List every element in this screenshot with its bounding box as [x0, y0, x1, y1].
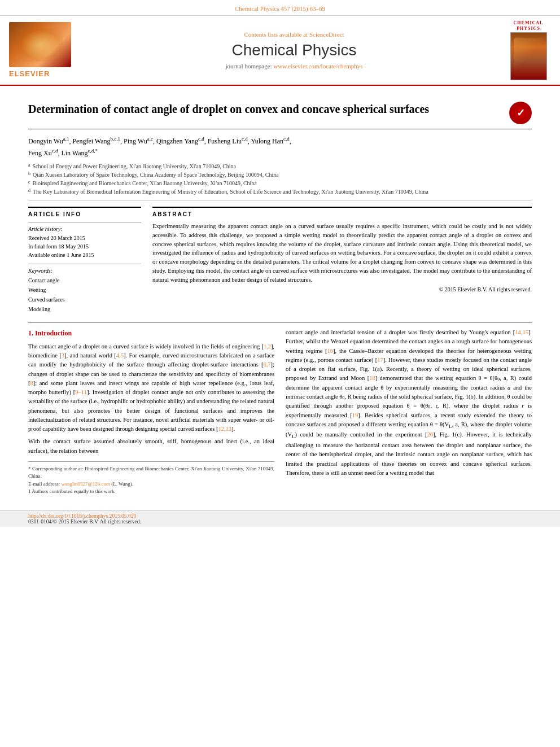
elsevier-logo: ELSEVIER [9, 69, 50, 78]
ref-18[interactable]: 18 [369, 375, 375, 381]
final-form-date: In final form 18 May 2015 [28, 242, 141, 251]
affiliation-a: a School of Energy and Power Engineering… [28, 162, 532, 171]
journal-homepage-link[interactable]: www.elsevier.com/locate/chemphys [273, 63, 362, 69]
affiliation-c: c Bioinspired Engineering and Biomechani… [28, 179, 532, 187]
sciencedirect-line: Contents lists available at ScienceDirec… [91, 31, 497, 38]
sciencedirect-brand: ScienceDirect [309, 31, 344, 38]
author-ping-wu: Ping Wu [124, 137, 147, 145]
email-note: E-mail address: wanglin0527@126.com (L. … [28, 480, 274, 488]
section1-heading: 1. Introduction [28, 328, 274, 339]
ref-3[interactable]: 3 [62, 352, 64, 359]
body-col2-para1: contact angle and interfacial tension of… [286, 328, 532, 478]
body-col1-para1: The contact angle of a droplet on a curv… [28, 342, 274, 434]
abstract-text: Experimentally measuring the apparent co… [152, 222, 532, 284]
abstract-copyright: © 2015 Elsevier B.V. All rights reserved… [152, 286, 532, 292]
received-date: Received 20 March 2015 [28, 234, 141, 242]
sup-cd1: c,d [198, 136, 204, 142]
author-dongyin-wu: Dongyin Wu [28, 137, 63, 145]
keyword-4: Modeling [28, 304, 141, 314]
abstract-col: ABSTRACT Experimentally measuring the ap… [152, 207, 532, 314]
journal-info-center: Contents lists available at ScienceDirec… [91, 20, 497, 80]
keywords-label: Keywords: [28, 268, 141, 274]
journal-citation-bar: Chemical Physics 457 (2015) 63–69 [0, 0, 560, 16]
body-col-left: 1. Introduction The contact angle of a d… [28, 328, 274, 496]
article-info-abstract-row: ARTICLE INFO Article history: Received 2… [28, 207, 532, 314]
ref-20[interactable]: 20 [427, 431, 434, 438]
ref-16[interactable]: 16 [327, 348, 334, 354]
history-label: Article history: [28, 226, 141, 232]
issn-line: 0301-0104/© 2015 Elsevier B.V. All right… [28, 519, 141, 525]
ref-19[interactable]: 19 [352, 412, 358, 418]
keyword-3: Curved surfaces [28, 295, 141, 304]
author-fusheng-liu: Fusheng Liu [208, 137, 242, 145]
sup-cd2: c,d [242, 136, 248, 142]
ref-8[interactable]: 8 [30, 380, 33, 386]
keyword-2: Wetting [28, 285, 141, 295]
abstract-label: ABSTRACT [152, 211, 532, 217]
sup-ac: a,c [147, 136, 153, 142]
body-section: 1. Introduction The contact angle of a d… [28, 322, 532, 496]
affiliation-b: b Qian Xuesen Laboratory of Space Techno… [28, 171, 532, 179]
sup-cd3: c,d [283, 136, 290, 142]
crossmark-badge [509, 102, 532, 124]
email-link[interactable]: wanglin0527@126.com [61, 481, 110, 487]
main-content: Determination of contact angle of drople… [0, 86, 560, 505]
author-lin-wang: Lin Wang [61, 149, 88, 157]
sup-cd4: c,d [52, 148, 58, 154]
journal-citation-link[interactable]: Chemical Physics 457 (2015) 63–69 [235, 5, 325, 12]
abstract-box: ABSTRACT Experimentally measuring the ap… [152, 207, 532, 292]
journal-homepage: journal homepage: www.elsevier.com/locat… [91, 63, 497, 69]
article-info-label: ARTICLE INFO [28, 211, 141, 217]
ref-1[interactable]: 1,2 [264, 343, 271, 350]
ref-14[interactable]: 14,15 [515, 329, 528, 335]
ref-4[interactable]: 4,5 [116, 352, 124, 359]
journal-cover-right: CHEMICALPHYSICS [506, 20, 551, 80]
affiliations-section: a School of Energy and Power Engineering… [28, 162, 532, 201]
article-title: Determination of contact angle of drople… [28, 102, 504, 116]
journal-header: ELSEVIER Contents lists available at Sci… [0, 16, 560, 86]
ref-6[interactable]: 6,7 [263, 361, 270, 368]
author-qingzhen-yang: Qingzhen Yang [156, 137, 198, 145]
author-pengfei-wang: Pengfei Wang [72, 137, 110, 145]
journal-cover-graphic [9, 22, 71, 67]
sup-cd-star: c,d,* [88, 148, 98, 154]
journal-short-title: CHEMICALPHYSICS [510, 20, 547, 32]
page: Chemical Physics 457 (2015) 63–69 ELSEVI… [0, 0, 560, 747]
author-feng-xu: Feng Xu [28, 149, 52, 157]
doi-bar: http://dx.doi.org/10.1016/j.chemphys.201… [0, 510, 560, 527]
body-col-right: contact angle and interfacial tension of… [286, 328, 532, 496]
journal-cover-image [510, 32, 547, 80]
article-title-section: Determination of contact angle of drople… [28, 95, 532, 129]
available-date: Available online 1 June 2015 [28, 251, 141, 259]
ref-12[interactable]: 12,13 [218, 426, 231, 432]
body-col1-para2: With the contact surface assumed absolut… [28, 437, 274, 456]
article-history: Article history: Received 20 March 2015 … [28, 222, 141, 259]
journal-title: Chemical Physics [91, 41, 497, 59]
keywords-box: Keywords: Contact angle Wetting Curved s… [28, 264, 141, 314]
author-yulong-han: Yulong Han [251, 137, 283, 145]
article-info-col: ARTICLE INFO Article history: Received 2… [28, 207, 141, 314]
doi-link[interactable]: http://dx.doi.org/10.1016/j.chemphys.201… [28, 513, 136, 519]
authors-section: Dongyin Wua,1, Pengfei Wangb,c,1, Ping W… [28, 135, 532, 159]
ref-9[interactable]: 9–11 [75, 389, 87, 395]
keyword-1: Contact angle [28, 276, 141, 285]
sup-bc1: b,c,1 [111, 136, 121, 142]
footnotes: * Corresponding author at: Bioinspired E… [28, 461, 274, 496]
corresponding-note: * Corresponding author at: Bioinspired E… [28, 465, 274, 480]
journal-logo-area: ELSEVIER [9, 20, 82, 80]
sup-a1: a,1 [63, 136, 69, 142]
equal-contrib-note: 1 Authors contributed equally to this wo… [28, 488, 274, 496]
ref-17[interactable]: 17 [377, 357, 383, 363]
affiliation-d: d The Key Laboratory of Biomedical Infor… [28, 187, 532, 196]
article-info-box: ARTICLE INFO Article history: Received 2… [28, 207, 141, 314]
